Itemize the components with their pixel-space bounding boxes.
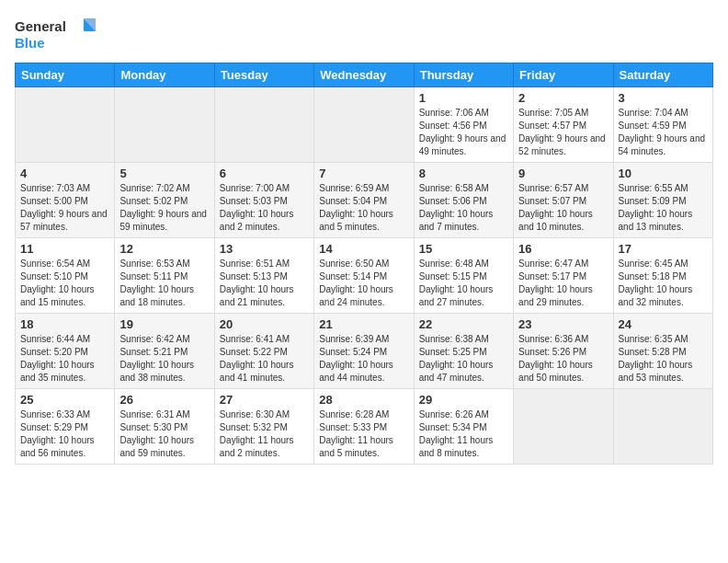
day-info: Sunrise: 6:48 AMSunset: 5:15 PMDaylight:…: [419, 258, 508, 309]
calendar-cell: [613, 389, 712, 465]
day-info: Sunrise: 6:30 AMSunset: 5:32 PMDaylight:…: [220, 408, 309, 460]
day-number: 20: [220, 317, 309, 331]
day-number: 21: [319, 317, 408, 331]
day-info: Sunrise: 6:45 AMSunset: 5:18 PMDaylight:…: [619, 258, 708, 309]
day-info: Sunrise: 7:03 AMSunset: 5:00 PMDaylight:…: [20, 182, 109, 234]
calendar-cell: 11Sunrise: 6:54 AMSunset: 5:10 PMDayligh…: [16, 238, 115, 314]
calendar-cell: 12Sunrise: 6:53 AMSunset: 5:11 PMDayligh…: [115, 238, 214, 314]
calendar-cell: 14Sunrise: 6:50 AMSunset: 5:14 PMDayligh…: [314, 238, 414, 314]
calendar-cell: 24Sunrise: 6:35 AMSunset: 5:28 PMDayligh…: [613, 314, 712, 389]
weekday-header-wednesday: Wednesday: [314, 63, 414, 87]
day-info: Sunrise: 7:04 AMSunset: 4:59 PMDaylight:…: [619, 107, 708, 158]
day-number: 8: [419, 167, 508, 180]
calendar-cell: 28Sunrise: 6:28 AMSunset: 5:33 PMDayligh…: [314, 389, 414, 465]
day-number: 14: [319, 242, 408, 256]
day-info: Sunrise: 6:44 AMSunset: 5:20 PMDaylight:…: [20, 333, 109, 385]
day-info: Sunrise: 6:41 AMSunset: 5:22 PMDaylight:…: [220, 333, 309, 385]
calendar-cell: 22Sunrise: 6:38 AMSunset: 5:25 PMDayligh…: [414, 314, 513, 389]
day-info: Sunrise: 6:33 AMSunset: 5:29 PMDaylight:…: [20, 408, 109, 460]
day-number: 13: [220, 242, 309, 256]
calendar-cell: [16, 87, 115, 163]
calendar-cell: 29Sunrise: 6:26 AMSunset: 5:34 PMDayligh…: [414, 389, 513, 465]
weekday-header-sunday: Sunday: [16, 63, 115, 87]
calendar-week-1: 1Sunrise: 7:06 AMSunset: 4:56 PMDaylight…: [16, 87, 713, 163]
weekday-header-friday: Friday: [514, 63, 613, 87]
day-number: 18: [20, 317, 109, 331]
day-number: 25: [20, 393, 109, 407]
calendar-cell: 5Sunrise: 7:02 AMSunset: 5:02 PMDaylight…: [115, 163, 214, 238]
day-number: 22: [419, 317, 508, 331]
page-header: General Blue: [15, 15, 713, 53]
day-number: 2: [518, 91, 608, 105]
day-info: Sunrise: 6:50 AMSunset: 5:14 PMDaylight:…: [319, 258, 408, 309]
weekday-header-saturday: Saturday: [613, 63, 712, 87]
calendar-cell: 26Sunrise: 6:31 AMSunset: 5:30 PMDayligh…: [115, 389, 214, 465]
calendar-cell: 16Sunrise: 6:47 AMSunset: 5:17 PMDayligh…: [514, 238, 613, 314]
day-number: 4: [20, 167, 109, 180]
svg-text:Blue: Blue: [15, 35, 45, 51]
day-number: 11: [20, 242, 109, 256]
day-info: Sunrise: 7:02 AMSunset: 5:02 PMDaylight:…: [119, 182, 209, 234]
day-number: 26: [119, 393, 209, 407]
calendar-cell: 23Sunrise: 6:36 AMSunset: 5:26 PMDayligh…: [514, 314, 613, 389]
day-info: Sunrise: 7:05 AMSunset: 4:57 PMDaylight:…: [518, 107, 608, 158]
calendar-cell: 4Sunrise: 7:03 AMSunset: 5:00 PMDaylight…: [16, 163, 115, 238]
day-number: 24: [619, 317, 708, 331]
day-info: Sunrise: 6:47 AMSunset: 5:17 PMDaylight:…: [518, 258, 608, 309]
day-info: Sunrise: 6:54 AMSunset: 5:10 PMDaylight:…: [20, 258, 109, 309]
day-info: Sunrise: 7:00 AMSunset: 5:03 PMDaylight:…: [220, 182, 309, 234]
day-info: Sunrise: 6:26 AMSunset: 5:34 PMDaylight:…: [419, 408, 508, 460]
weekday-header-thursday: Thursday: [414, 63, 513, 87]
day-info: Sunrise: 6:51 AMSunset: 5:13 PMDaylight:…: [220, 258, 309, 309]
day-number: 12: [119, 242, 209, 256]
calendar-cell: 17Sunrise: 6:45 AMSunset: 5:18 PMDayligh…: [613, 238, 712, 314]
day-number: 16: [518, 242, 608, 256]
day-info: Sunrise: 6:35 AMSunset: 5:28 PMDaylight:…: [619, 333, 708, 385]
calendar-table: SundayMondayTuesdayWednesdayThursdayFrid…: [15, 63, 713, 465]
day-number: 5: [119, 167, 209, 180]
calendar-cell: 20Sunrise: 6:41 AMSunset: 5:22 PMDayligh…: [214, 314, 313, 389]
calendar-week-5: 25Sunrise: 6:33 AMSunset: 5:29 PMDayligh…: [16, 389, 713, 465]
day-number: 19: [119, 317, 209, 331]
logo: General Blue: [15, 15, 97, 53]
day-number: 29: [419, 393, 508, 407]
day-info: Sunrise: 6:58 AMSunset: 5:06 PMDaylight:…: [419, 182, 508, 234]
day-info: Sunrise: 6:42 AMSunset: 5:21 PMDaylight:…: [119, 333, 209, 385]
calendar-cell: 21Sunrise: 6:39 AMSunset: 5:24 PMDayligh…: [314, 314, 414, 389]
weekday-header-tuesday: Tuesday: [214, 63, 313, 87]
day-info: Sunrise: 6:55 AMSunset: 5:09 PMDaylight:…: [619, 182, 708, 234]
calendar-cell: 7Sunrise: 6:59 AMSunset: 5:04 PMDaylight…: [314, 163, 414, 238]
day-info: Sunrise: 6:31 AMSunset: 5:30 PMDaylight:…: [119, 408, 209, 460]
day-number: 27: [220, 393, 309, 407]
calendar-cell: 3Sunrise: 7:04 AMSunset: 4:59 PMDaylight…: [613, 87, 712, 163]
day-info: Sunrise: 6:57 AMSunset: 5:07 PMDaylight:…: [518, 182, 608, 234]
calendar-cell: 13Sunrise: 6:51 AMSunset: 5:13 PMDayligh…: [214, 238, 313, 314]
calendar-week-3: 11Sunrise: 6:54 AMSunset: 5:10 PMDayligh…: [16, 238, 713, 314]
calendar-cell: 15Sunrise: 6:48 AMSunset: 5:15 PMDayligh…: [414, 238, 513, 314]
calendar-cell: 8Sunrise: 6:58 AMSunset: 5:06 PMDaylight…: [414, 163, 513, 238]
day-info: Sunrise: 6:59 AMSunset: 5:04 PMDaylight:…: [319, 182, 408, 234]
day-number: 9: [518, 167, 608, 180]
calendar-cell: 10Sunrise: 6:55 AMSunset: 5:09 PMDayligh…: [613, 163, 712, 238]
day-info: Sunrise: 7:06 AMSunset: 4:56 PMDaylight:…: [419, 107, 508, 158]
calendar-cell: 1Sunrise: 7:06 AMSunset: 4:56 PMDaylight…: [414, 87, 513, 163]
calendar-week-4: 18Sunrise: 6:44 AMSunset: 5:20 PMDayligh…: [16, 314, 713, 389]
day-number: 1: [419, 91, 508, 105]
svg-text:General: General: [15, 18, 66, 34]
day-info: Sunrise: 6:53 AMSunset: 5:11 PMDaylight:…: [119, 258, 209, 309]
weekday-header-monday: Monday: [115, 63, 214, 87]
calendar-cell: [214, 87, 313, 163]
calendar-header-row: SundayMondayTuesdayWednesdayThursdayFrid…: [16, 63, 713, 87]
calendar-cell: [314, 87, 414, 163]
day-info: Sunrise: 6:39 AMSunset: 5:24 PMDaylight:…: [319, 333, 408, 385]
day-number: 17: [619, 242, 708, 256]
calendar-cell: 19Sunrise: 6:42 AMSunset: 5:21 PMDayligh…: [115, 314, 214, 389]
day-number: 28: [319, 393, 408, 407]
calendar-cell: 6Sunrise: 7:00 AMSunset: 5:03 PMDaylight…: [214, 163, 313, 238]
calendar-cell: 27Sunrise: 6:30 AMSunset: 5:32 PMDayligh…: [214, 389, 313, 465]
calendar-cell: 25Sunrise: 6:33 AMSunset: 5:29 PMDayligh…: [16, 389, 115, 465]
day-info: Sunrise: 6:38 AMSunset: 5:25 PMDaylight:…: [419, 333, 508, 385]
day-number: 7: [319, 167, 408, 180]
logo-svg: General Blue: [15, 15, 97, 53]
calendar-cell: [514, 389, 613, 465]
